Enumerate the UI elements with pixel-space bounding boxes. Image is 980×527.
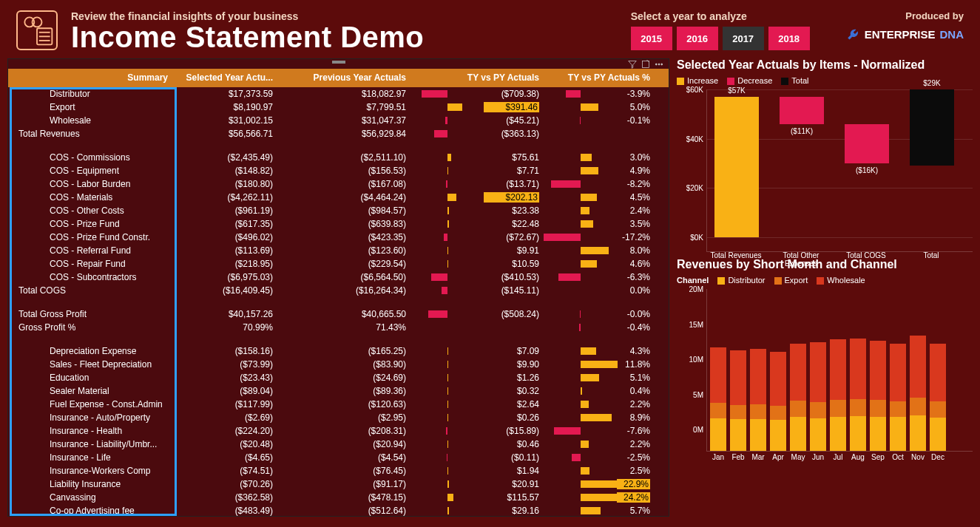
col-selected[interactable]: Selected Year Actu... xyxy=(174,72,277,83)
stacked-column[interactable]: Jan xyxy=(710,347,726,452)
table-row[interactable]: Insurance-Workers Comp($74.51)($76.45)$1… xyxy=(8,464,669,477)
row-label: Total Revenues xyxy=(8,129,174,139)
table-row[interactable]: COS - Referral Fund($113.69)($123.60)$9.… xyxy=(8,244,669,257)
row-diff-value: $2.64 xyxy=(410,399,544,409)
waterfall-chart[interactable]: Selected Year Actuals by Items - Normali… xyxy=(677,58,973,252)
stacked-column[interactable]: Jun xyxy=(810,342,826,451)
drag-handle-icon[interactable] xyxy=(332,61,345,64)
row-label: COS - Commissions xyxy=(8,152,174,163)
stacked-column[interactable]: May xyxy=(790,344,806,451)
income-statement-table[interactable]: Summary Selected Year Actu... Previous Y… xyxy=(7,58,669,517)
row-selected-value: ($961.19) xyxy=(174,205,277,216)
stacked-column[interactable]: Nov xyxy=(910,336,926,451)
table-row[interactable]: Total COGS($16,409.45)($16,264.34)($145.… xyxy=(8,284,669,297)
row-diff-value: $20.91 xyxy=(410,479,544,489)
table-row[interactable]: Insurance - Auto/Property($2.69)($2.95)$… xyxy=(8,411,669,424)
table-row[interactable]: COS - Repair Fund($218.95)($229.54)$10.5… xyxy=(8,257,669,271)
waterfall-bar[interactable] xyxy=(845,124,889,163)
table-row[interactable]: Liability Insurance($70.26)($91.17)$20.9… xyxy=(8,477,669,491)
stacked-bar-chart[interactable]: Revenues by Short Month and Channel Chan… xyxy=(677,258,973,452)
stacked-segment xyxy=(890,401,906,417)
stacked-column[interactable]: Jul xyxy=(830,339,846,451)
focus-mode-icon[interactable] xyxy=(641,60,651,69)
row-pct-value: 5.1% xyxy=(544,373,655,383)
table-row[interactable]: Insurance - Health($224.20)($208.31)($15… xyxy=(8,424,669,438)
table-row[interactable]: Co-op Advertising fee($483.49)($512.64)$… xyxy=(8,504,669,516)
col-diff[interactable]: TY vs PY Actuals xyxy=(410,72,544,83)
col-previous[interactable]: Previous Year Actuals xyxy=(277,72,410,83)
table-row[interactable]: Fuel Expense - Const.Admin($117.99)($120… xyxy=(8,398,669,411)
year-button-2016[interactable]: 2016 xyxy=(677,27,718,50)
more-options-icon[interactable] xyxy=(654,60,664,69)
row-diff-value: ($709.38) xyxy=(410,89,544,99)
table-row[interactable]: COS - Prize Fund($617.35)($639.83)$22.48… xyxy=(8,217,669,231)
table-row[interactable]: COS - Commissions($2,435.49)($2,511.10)$… xyxy=(8,151,669,164)
row-label: Insurance - Life xyxy=(8,452,174,463)
row-diff-value: ($145.11) xyxy=(410,285,544,296)
waterfall-title: Selected Year Actuals by Items - Normali… xyxy=(677,58,973,72)
table-row[interactable]: Export$8,190.97$7,799.51$391.465.0% xyxy=(8,101,669,114)
stacked-column[interactable]: Oct xyxy=(890,344,906,451)
table-row[interactable]: Insurance - Life($4.65)($4.54)($0.11)-2.… xyxy=(8,451,669,464)
stacked-column[interactable]: Mar xyxy=(750,349,766,451)
row-previous-value: ($2.95) xyxy=(277,412,410,423)
legend-decrease: Decrease xyxy=(737,76,772,85)
table-row[interactable]: COS - Labor Burden($180.80)($167.08)($13… xyxy=(8,177,669,191)
row-diff-value: ($508.24) xyxy=(410,309,544,319)
table-row[interactable]: Sealer Material($89.04)($89.36)$0.320.4% xyxy=(8,384,669,398)
row-label: COS - Subcontractors xyxy=(8,272,174,282)
stacked-column[interactable]: Dec xyxy=(930,344,946,451)
waterfall-bar[interactable] xyxy=(714,97,759,237)
table-row[interactable]: Education($23.43)($24.69)$1.265.1% xyxy=(8,371,669,384)
waterfall-category-label: Total xyxy=(902,251,960,259)
stacked-column[interactable]: Feb xyxy=(730,350,746,451)
table-row[interactable]: Insurance - Liability/Umbr...($20.48)($2… xyxy=(8,438,669,451)
table-row[interactable]: COS - Equipment($148.82)($156.53)$7.714.… xyxy=(8,164,669,177)
row-pct-value: -0.4% xyxy=(544,322,655,333)
waterfall-bar[interactable] xyxy=(780,97,824,124)
table-row[interactable]: Total Revenues$56,566.71$56,929.84($363.… xyxy=(8,127,669,140)
y-tick: $0K xyxy=(690,234,703,242)
row-previous-value: ($91.17) xyxy=(277,479,410,489)
stacked-segment xyxy=(810,402,826,418)
year-button-2017[interactable]: 2017 xyxy=(723,27,764,50)
table-row[interactable]: Canvassing($362.58)($478.15)$115.5724.2% xyxy=(8,491,669,504)
table-row[interactable]: Gross Profit %70.99%71.43%-0.4% xyxy=(8,321,669,334)
stacked-segment xyxy=(910,398,926,415)
row-selected-value: ($362.58) xyxy=(174,492,277,503)
row-pct-value: -3.9% xyxy=(544,89,655,99)
table-row[interactable]: Sales - Fleet Depreciation($73.99)($83.9… xyxy=(8,358,669,371)
stacked-column[interactable]: Apr xyxy=(770,352,786,451)
row-diff-value: ($363.13) xyxy=(410,129,544,139)
waterfall-bar[interactable] xyxy=(910,89,954,166)
stacked-column[interactable]: Sep xyxy=(870,341,886,451)
stacked-column[interactable]: Aug xyxy=(850,339,866,451)
row-pct-value: 11.8% xyxy=(544,359,655,370)
col-summary[interactable]: Summary xyxy=(8,72,174,83)
row-selected-value: ($74.51) xyxy=(174,466,277,476)
row-previous-value: ($984.57) xyxy=(277,205,410,216)
row-selected-value: ($218.95) xyxy=(174,259,277,269)
table-row[interactable]: COS - Prize Fund Constr.($496.02)($423.3… xyxy=(8,231,669,244)
row-pct-value: 5.0% xyxy=(544,102,655,112)
row-previous-value: ($229.54) xyxy=(277,259,410,269)
stacked-segment xyxy=(710,347,726,403)
row-label: COS - Repair Fund xyxy=(8,259,174,269)
year-button-2015[interactable]: 2015 xyxy=(631,27,672,50)
table-row[interactable]: COS - Other Costs($961.19)($984.57)$23.3… xyxy=(8,204,669,217)
table-row[interactable]: Wholesale$31,002.15$31,047.37($45.21)-0.… xyxy=(8,114,669,127)
table-row[interactable]: Total Gross Profit$40,157.26$40,665.50($… xyxy=(8,307,669,321)
filter-icon[interactable] xyxy=(627,60,638,69)
stacked-segment xyxy=(850,416,866,452)
table-row[interactable]: Depreciation Expense($158.16)($165.25)$7… xyxy=(8,344,669,358)
stacked-segment xyxy=(870,400,886,417)
row-previous-value: ($20.94) xyxy=(277,439,410,449)
table-row[interactable]: Distributor$17,373.59$18,082.97($709.38)… xyxy=(8,87,669,101)
table-row[interactable]: COS - Materials($4,262.11)($4,464.24)$20… xyxy=(8,191,669,204)
year-button-2018[interactable]: 2018 xyxy=(768,27,810,50)
y-tick: $20K xyxy=(686,184,703,192)
row-pct-value: -2.5% xyxy=(544,452,655,463)
row-diff-value: $9.91 xyxy=(410,245,544,256)
col-pct[interactable]: TY vs PY Actuals % xyxy=(544,72,655,83)
table-row[interactable]: COS - Subcontractors($6,975.03)($6,564.5… xyxy=(8,271,669,284)
